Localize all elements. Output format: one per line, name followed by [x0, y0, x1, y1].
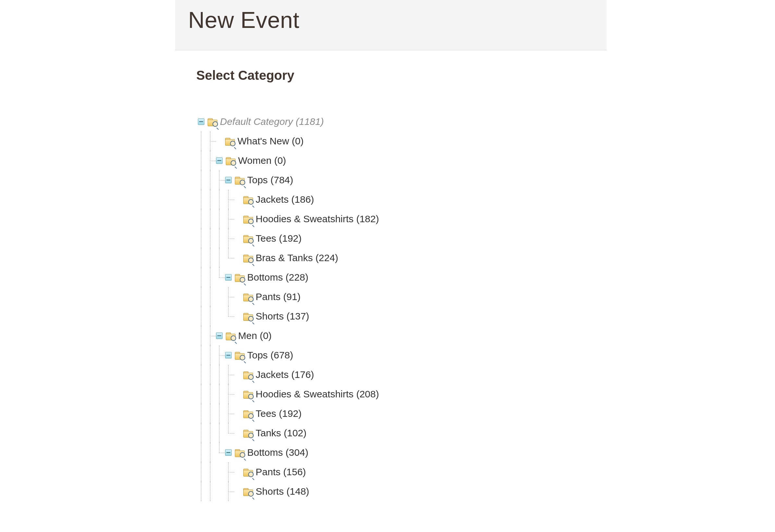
- folder-icon: [243, 293, 253, 301]
- expand-toggle-icon[interactable]: [225, 449, 232, 456]
- tree-node-whats-new: What's New (0): [198, 131, 607, 151]
- tree-node-men-bottoms: Bottoms (304): [198, 443, 607, 462]
- tree-item-label[interactable]: Shorts (137): [256, 311, 309, 322]
- tree-node-women: Women (0): [198, 151, 607, 170]
- tree-node-women-tops-bras: Bras & Tanks (224): [198, 248, 607, 268]
- folder-icon: [243, 254, 253, 262]
- tree-item-label[interactable]: What's New (0): [237, 136, 304, 147]
- tree-item-label[interactable]: Tops (678): [247, 350, 293, 361]
- tree-item-label[interactable]: Bottoms (228): [247, 272, 308, 283]
- tree-item-label[interactable]: Pants (91): [256, 291, 300, 302]
- folder-icon: [208, 118, 217, 125]
- tree-item-label[interactable]: Pants (156): [256, 467, 306, 478]
- new-event-panel: New Event Select Category Default Catego…: [175, 0, 607, 501]
- tree-item-label[interactable]: Bras & Tanks (224): [256, 252, 338, 263]
- folder-icon: [243, 410, 253, 418]
- panel-header: New Event: [175, 0, 607, 50]
- folder-icon: [243, 234, 253, 242]
- tree-node-default-category: Default Category (1181): [198, 112, 607, 131]
- folder-icon: [243, 195, 253, 203]
- expand-toggle-icon[interactable]: [225, 274, 232, 281]
- tree-node-women-tops-hoodies: Hoodies & Sweatshirts (182): [198, 209, 607, 229]
- tree-node-women-bottoms: Bottoms (228): [198, 268, 607, 287]
- tree-node-men: Men (0): [198, 326, 607, 346]
- folder-icon: [226, 332, 235, 340]
- folder-icon: [243, 488, 253, 495]
- tree-node-men-tops: Tops (678): [198, 346, 607, 365]
- tree-item-label[interactable]: Tops (784): [247, 174, 293, 185]
- tree-item-label[interactable]: Jackets (186): [256, 194, 314, 205]
- tree-item-label[interactable]: Tanks (102): [256, 428, 306, 439]
- category-tree: Default Category (1181) What's New (0) W…: [198, 112, 607, 501]
- expand-toggle-icon[interactable]: [216, 157, 222, 164]
- folder-icon: [243, 429, 253, 437]
- page-title: New Event: [188, 7, 594, 33]
- folder-icon: [243, 215, 253, 223]
- tree-item-label[interactable]: Tees (192): [256, 408, 302, 419]
- folder-icon: [226, 157, 235, 164]
- tree-item-label[interactable]: Default Category (1181): [220, 116, 324, 127]
- tree-item-label[interactable]: Hoodies & Sweatshirts (182): [256, 213, 379, 224]
- tree-item-label[interactable]: Shorts (148): [256, 486, 309, 497]
- tree-item-label[interactable]: Bottoms (304): [247, 447, 308, 458]
- expand-toggle-icon[interactable]: [225, 352, 232, 359]
- folder-icon: [243, 468, 253, 476]
- tree-item-label[interactable]: Women (0): [238, 155, 286, 166]
- folder-icon: [225, 137, 235, 145]
- tree-node-women-tops-jackets: Jackets (186): [198, 190, 607, 209]
- folder-icon: [243, 313, 253, 320]
- section-title: Select Category: [196, 68, 607, 83]
- tree-node-women-tops: Tops (784): [198, 170, 607, 190]
- tree-item-label[interactable]: Tees (192): [256, 233, 302, 244]
- tree-node-men-tops-jackets: Jackets (176): [198, 365, 607, 384]
- tree-node-men-tops-tees: Tees (192): [198, 404, 607, 423]
- tree-item-label[interactable]: Jackets (176): [256, 369, 314, 380]
- tree-node-men-tops-tanks: Tanks (102): [198, 423, 607, 443]
- expand-toggle-icon[interactable]: [198, 118, 204, 125]
- tree-node-women-bottoms-shorts: Shorts (137): [198, 307, 607, 326]
- tree-node-women-tops-tees: Tees (192): [198, 229, 607, 248]
- tree-node-women-bottoms-pants: Pants (91): [198, 287, 607, 307]
- folder-icon: [235, 176, 244, 184]
- expand-toggle-icon[interactable]: [225, 177, 232, 183]
- tree-node-men-bottoms-shorts: Shorts (148): [198, 482, 607, 501]
- folder-icon: [235, 274, 244, 281]
- tree-item-label[interactable]: Hoodies & Sweatshirts (208): [256, 389, 379, 400]
- tree-node-men-tops-hoodies: Hoodies & Sweatshirts (208): [198, 384, 607, 404]
- tree-item-label[interactable]: Men (0): [238, 330, 271, 341]
- folder-icon: [235, 449, 244, 456]
- folder-icon: [243, 390, 253, 398]
- folder-icon: [243, 371, 253, 379]
- tree-node-men-bottoms-pants: Pants (156): [198, 462, 607, 482]
- folder-icon: [235, 351, 244, 359]
- expand-toggle-icon[interactable]: [216, 333, 222, 339]
